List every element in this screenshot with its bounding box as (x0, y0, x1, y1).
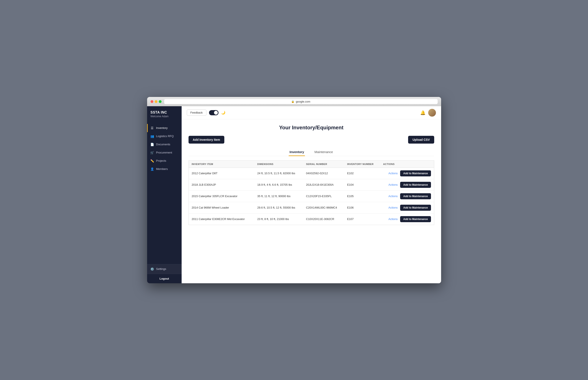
page-content: Your Inventory/Equipment Add Inventory I… (182, 119, 441, 283)
sidebar-brand: SSTA INC Welcome Adam (147, 106, 182, 120)
sidebar-item-documents-label: Documents (156, 143, 170, 146)
settings-label: Settings (156, 267, 166, 270)
actions-link-3[interactable]: Actions (388, 206, 398, 209)
browser-dots (151, 100, 162, 103)
add-inventory-button[interactable]: Add Inventory Item (189, 136, 225, 144)
col-actions: ACTIONS (380, 160, 434, 168)
cell-dimensions-4: 23 ft, 8 ft, 10 ft, 21000 lbs (254, 213, 303, 225)
add-maintenance-button-1[interactable]: Add to Maintenance (400, 182, 431, 188)
address-text: google.com (296, 100, 310, 103)
tab-maintenance-label: Maintenance (314, 150, 333, 154)
add-maintenance-button-3[interactable]: Add to Maintenance (400, 205, 431, 211)
sidebar-item-members-label: Members (156, 167, 168, 171)
table-body: 2012 Caterpillar D8T 24 ft, 10.5 ft, 11.… (189, 168, 434, 225)
app-container: SSTA INC Welcome Adam ☰ Inventory 👥 Logi… (147, 106, 441, 283)
cell-actions-2: Actions Add to Maintenance (380, 190, 434, 202)
col-inventory-item: INVENTORY ITEM (189, 160, 254, 168)
projects-icon: ✏️ (151, 159, 154, 163)
sidebar-item-logistics[interactable]: 👥 Logistics RFQ (147, 132, 182, 140)
cell-inv-num-4: E107 (344, 213, 380, 225)
sidebar-nav: ☰ Inventory 👥 Logistics RFQ 📄 Documents … (147, 124, 182, 264)
cell-serial-0: 04X02592-02X12 (303, 168, 344, 179)
cell-actions-4: Actions Add to Maintenance (380, 213, 434, 225)
cell-item-1: 2018 JLB E300AJP (189, 179, 254, 190)
members-icon: 👤 (151, 167, 154, 171)
inventory-icon: ☰ (151, 126, 154, 130)
procurement-icon: 🛒 (151, 151, 154, 154)
actions-link-2[interactable]: Actions (388, 194, 398, 198)
col-dimensions: DIMENSIONS (254, 160, 303, 168)
moon-icon: 🌙 (221, 111, 225, 115)
dot-green[interactable] (159, 100, 162, 103)
cell-serial-2: C12X20F15-E335FL (303, 190, 344, 202)
toggle-thumb (214, 111, 218, 115)
sidebar-item-inventory-label: Inventory (156, 126, 168, 130)
cell-inv-num-1: E104 (344, 179, 380, 190)
page-title: Your Inventory/Equipment (189, 125, 434, 131)
main-content: Feedback 🌙 🔔 Your Inventory/Equipment Ad… (182, 106, 441, 283)
tab-maintenance[interactable]: Maintenance (314, 148, 334, 156)
add-maintenance-button-0[interactable]: Add to Maintenance (400, 170, 431, 176)
cell-dimensions-3: 29.6 ft, 10.5 ft, 12 ft, 55000 lbs (254, 202, 303, 213)
settings-icon: ⚙️ (151, 267, 154, 271)
table-row: 2018 JLB E300AJP 18.9 ft, 4 ft, 6.6 ft, … (189, 179, 434, 190)
sidebar-item-members[interactable]: 👤 Members (147, 165, 182, 173)
tab-inventory[interactable]: Inventory (289, 148, 305, 156)
brand-welcome: Welcome Adam (151, 115, 178, 118)
sidebar-item-procurement[interactable]: 🛒 Procurement (147, 149, 182, 157)
cell-dimensions-1: 18.9 ft, 4 ft, 6.6 ft, 15705 lbs (254, 179, 303, 190)
table-header-row: INVENTORY ITEM DIMENSIONS SERIAL NUMBER … (189, 160, 434, 168)
actions-link-4[interactable]: Actions (388, 217, 398, 221)
cell-item-3: 2014 Cat 966M Wheel Loader (189, 202, 254, 213)
cell-dimensions-0: 24 ft, 10.5 ft, 11.5 ft, 82000 lbs (254, 168, 303, 179)
brand-name: SSTA INC (151, 111, 178, 114)
actions-link-0[interactable]: Actions (388, 172, 398, 175)
settings-item[interactable]: ⚙️ Settings (147, 264, 182, 274)
sidebar-item-procurement-label: Procurement (156, 151, 172, 154)
documents-icon: 📄 (151, 143, 154, 146)
dark-mode-toggle[interactable] (209, 110, 219, 115)
cell-inv-num-3: E106 (344, 202, 380, 213)
browser-chrome: 🔒 google.com (147, 97, 441, 106)
sidebar-footer: ⚙️ Settings Logout (147, 264, 182, 283)
cell-inv-num-0: E102 (344, 168, 380, 179)
cell-serial-4: C10X20X11E-3082CR (303, 213, 344, 225)
sidebar-item-documents[interactable]: 📄 Documents (147, 140, 182, 149)
tabs: Inventory Maintenance (189, 148, 434, 156)
cell-serial-3: C20X14WL00C-966MC4 (303, 202, 344, 213)
add-maintenance-button-2[interactable]: Add to Maintenance (400, 193, 431, 199)
cell-item-2: 2015 Caterpillar 335FLCR Excavator (189, 190, 254, 202)
actions-link-1[interactable]: Actions (388, 183, 398, 186)
cell-inv-num-2: E105 (344, 190, 380, 202)
table-row: 2012 Caterpillar D8T 24 ft, 10.5 ft, 11.… (189, 168, 434, 179)
dot-yellow[interactable] (155, 100, 157, 103)
table-head: INVENTORY ITEM DIMENSIONS SERIAL NUMBER … (189, 160, 434, 168)
feedback-button[interactable]: Feedback (187, 110, 207, 116)
sidebar: SSTA INC Welcome Adam ☰ Inventory 👥 Logi… (147, 106, 182, 283)
col-inventory-number: INVENTORY NUMBER (344, 160, 380, 168)
table-row: 2015 Caterpillar 335FLCR Excavator 35 ft… (189, 190, 434, 202)
lock-icon: 🔒 (291, 100, 294, 103)
cell-actions-3: Actions Add to Maintenance (380, 202, 434, 213)
table-row: 2011 Caterpillar E308E2CR Mid Excavator … (189, 213, 434, 225)
inventory-table: INVENTORY ITEM DIMENSIONS SERIAL NUMBER … (189, 160, 434, 225)
sidebar-item-inventory[interactable]: ☰ Inventory (147, 124, 182, 132)
sidebar-item-projects[interactable]: ✏️ Projects (147, 157, 182, 165)
add-maintenance-button-4[interactable]: Add to Maintenance (400, 216, 431, 222)
logout-item[interactable]: Logout (147, 274, 182, 283)
upload-csv-button[interactable]: Upload CSV (408, 136, 434, 144)
col-serial-number: SERIAL NUMBER (303, 160, 344, 168)
cell-actions-1: Actions Add to Maintenance (380, 179, 434, 190)
notification-icon[interactable]: 🔔 (420, 110, 426, 115)
cell-serial-1: 20JLGX18-8X1E300A (303, 179, 344, 190)
logistics-icon: 👥 (151, 134, 154, 138)
cell-item-0: 2012 Caterpillar D8T (189, 168, 254, 179)
cell-dimensions-2: 35 ft, 11 ft, 12 ft, 90000 lbs (254, 190, 303, 202)
action-bar: Add Inventory Item Upload CSV (189, 136, 434, 144)
sidebar-item-projects-label: Projects (156, 159, 166, 162)
dot-red[interactable] (151, 100, 153, 103)
cell-actions-0: Actions Add to Maintenance (380, 168, 434, 179)
browser-address[interactable]: 🔒 google.com (164, 99, 438, 104)
sidebar-item-logistics-label: Logistics RFQ (156, 134, 174, 138)
avatar[interactable] (428, 109, 436, 116)
